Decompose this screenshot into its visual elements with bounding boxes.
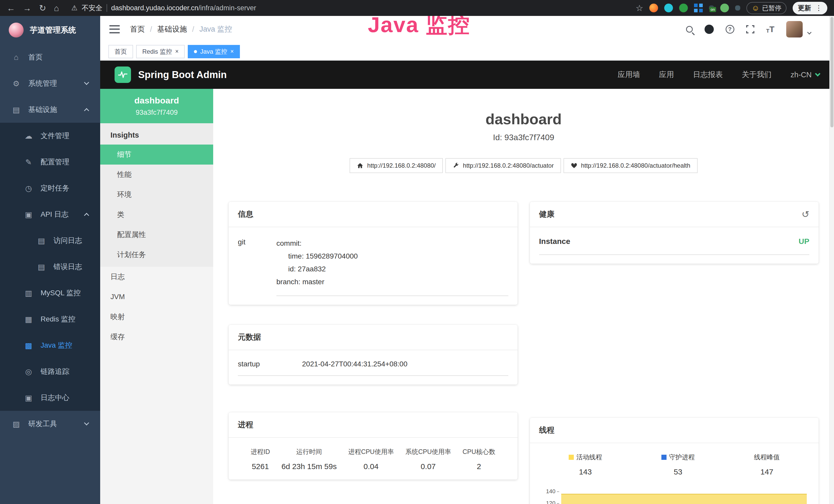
font-size-icon[interactable]: TT: [766, 25, 774, 33]
status-badge: UP: [798, 237, 809, 246]
sidebar-item-redis-monitor[interactable]: ▦ Redis 监控: [0, 306, 100, 332]
nav-item-config-props[interactable]: 配置属性: [100, 225, 213, 245]
update-button[interactable]: 更新 ⋮: [793, 2, 827, 15]
nav-item-environment[interactable]: 环境: [100, 185, 213, 205]
extension-dark-on-icon[interactable]: on: [709, 5, 714, 10]
app-title: 芋道管理系统: [30, 25, 76, 36]
legend-peak-threads: 线程峰值 147: [754, 453, 780, 476]
instance-header[interactable]: dashboard 93a3fc7f7409: [100, 89, 213, 123]
paused-badge[interactable]: ☺ 已暂停: [746, 2, 787, 14]
sidebar-item-access-logs[interactable]: ▤ 访问日志: [0, 228, 100, 254]
nav-item-logs[interactable]: 日志: [100, 267, 213, 287]
fullscreen-icon[interactable]: [746, 25, 754, 33]
tab-redis-monitor[interactable]: Redis 监控 ×: [136, 45, 185, 58]
sba-nav-journal[interactable]: 日志报表: [693, 70, 723, 80]
search-icon[interactable]: [686, 26, 693, 32]
nav-item-jvm[interactable]: JVM: [100, 287, 213, 307]
sidebar-toggle-icon[interactable]: [109, 25, 120, 33]
sidebar-item-label: 链路追踪: [41, 367, 69, 376]
sidebar-item-label: 研发工具: [28, 419, 57, 429]
sba-nav-wallboard[interactable]: 应用墙: [618, 70, 640, 80]
sidebar-item-config-mgmt[interactable]: ✎ 配置管理: [0, 149, 100, 175]
actuator-link[interactable]: http://192.168.0.2:48080/actuator: [445, 158, 561, 173]
update-label: 更新: [798, 4, 811, 13]
metric-label: 运行时间: [282, 448, 337, 456]
breadcrumb-home[interactable]: 首页: [130, 24, 145, 35]
browser-home-icon[interactable]: ⌂: [54, 4, 59, 12]
browser-menu-icon[interactable]: ⋮: [815, 4, 822, 12]
sidebar-item-label: Java 监控: [41, 340, 72, 350]
page-scrollbar: [829, 16, 834, 504]
health-link[interactable]: http://192.168.0.2:48080/actuator/health: [564, 158, 698, 173]
tab-label: Java 监控: [200, 47, 227, 56]
process-card-body: 进程ID 5261 运行时间 6d 23h 15m 59s 进程CPU使用率: [228, 438, 518, 480]
sba-brand-title[interactable]: Spring Boot Admin: [138, 69, 227, 81]
chevron-up-icon: [84, 213, 89, 218]
instance-id: 93a3fc7f7409: [136, 109, 178, 117]
sidebar-item-log-center[interactable]: ▣ 日志中心: [0, 385, 100, 411]
sidebar-item-mysql-monitor[interactable]: ▥ MySQL 监控: [0, 280, 100, 306]
metadata-card: 元数据 startup 2021-04-27T00:44:31.254+08:0…: [228, 325, 518, 385]
instance-home-link[interactable]: http://192.168.0.2:48080/: [350, 158, 443, 173]
nav-item-classes[interactable]: 类: [100, 205, 213, 225]
sba-nav-applications[interactable]: 应用: [659, 70, 674, 80]
sidebar-item-api-logs[interactable]: ▣ API 日志: [0, 201, 100, 228]
sidebar-item-file-mgmt[interactable]: ☁ 文件管理: [0, 123, 100, 149]
y-axis-tick: 120: [539, 500, 555, 504]
nav-item-performance[interactable]: 性能: [100, 165, 213, 185]
extension-puppet-icon[interactable]: [735, 5, 740, 10]
timer-icon: ◷: [24, 184, 34, 193]
cards-right-column: 健康 ↺ Instance UP 线程: [530, 202, 819, 504]
access-log-icon: ▤: [37, 236, 46, 245]
app-logo[interactable]: 芋道管理系统: [0, 16, 100, 44]
nav-item-mappings[interactable]: 映射: [100, 307, 213, 327]
sidebar-item-system-mgmt[interactable]: ⚙ 系统管理: [0, 70, 100, 96]
sidebar-item-trace[interactable]: ◎ 链路追踪: [0, 359, 100, 385]
address-bar[interactable]: ⚠ 不安全 dashboard.yudao.iocoder.cn/infra/a…: [67, 3, 628, 13]
locale-selector[interactable]: zh-CN: [791, 71, 820, 79]
tab-close-icon[interactable]: ×: [231, 48, 234, 55]
sidebar-item-error-logs[interactable]: ▤ 错误日志: [0, 254, 100, 280]
bookmark-star-icon[interactable]: ☆: [636, 4, 643, 12]
extension-drop-icon[interactable]: [664, 4, 673, 12]
font-size-small-glyph: T: [766, 28, 770, 33]
tab-home[interactable]: 首页: [108, 45, 133, 58]
cards-left-column: 信息 git commit: time: 1596289704000 id: 2…: [228, 202, 518, 504]
avatar-dropdown-icon[interactable]: [807, 30, 812, 35]
scrollbar-thumb[interactable]: [830, 17, 833, 127]
sidebar-item-scheduled-jobs[interactable]: ◷ 定时任务: [0, 175, 100, 201]
history-icon[interactable]: ↺: [802, 210, 809, 219]
url-path: /infra/admin-server: [198, 4, 256, 12]
sba-nav-about[interactable]: 关于我们: [742, 70, 772, 80]
nav-item-details[interactable]: 细节: [100, 144, 213, 165]
sidebar-item-label: 错误日志: [53, 262, 82, 272]
nav-item-caches[interactable]: 缓存: [100, 327, 213, 347]
extension-green-icon[interactable]: [679, 4, 688, 12]
chevron-down-icon: [815, 71, 820, 76]
sidebar-item-dev-tools[interactable]: ▨ 研发工具: [0, 411, 100, 437]
help-icon[interactable]: ?: [726, 25, 734, 33]
metric-value: 0.04: [348, 462, 394, 471]
smiley-icon: ☺: [751, 4, 760, 12]
sidebar-item-infrastructure[interactable]: ▤ 基础设施: [0, 96, 100, 123]
extension-leaf-icon[interactable]: [720, 4, 729, 12]
tab-close-icon[interactable]: ×: [175, 48, 178, 55]
security-warning-icon[interactable]: ⚠: [71, 4, 78, 12]
sidebar-item-java-monitor[interactable]: ▩ Java 监控: [0, 332, 100, 359]
tab-java-monitor[interactable]: Java 监控 ×: [188, 45, 240, 58]
user-avatar[interactable]: [786, 21, 803, 38]
nav-item-scheduled-tasks[interactable]: 计划任务: [100, 245, 213, 265]
back-icon[interactable]: ←: [7, 4, 15, 12]
breadcrumb-infrastructure[interactable]: 基础设施: [157, 24, 187, 35]
refresh-icon[interactable]: ↻: [39, 4, 46, 12]
instance-name: dashboard: [134, 95, 179, 106]
github-icon[interactable]: [705, 25, 714, 34]
health-card-title: 健康: [539, 209, 554, 220]
edit-icon: ✎: [24, 158, 34, 167]
extension-colorful-icon[interactable]: [649, 4, 658, 12]
sidebar-item-home[interactable]: ⌂ 首页: [0, 44, 100, 70]
sidebar-item-label: 首页: [28, 52, 43, 62]
spring-boot-admin-logo-icon[interactable]: [114, 67, 131, 83]
forward-icon[interactable]: →: [23, 4, 31, 12]
extension-grid-icon[interactable]: [694, 4, 703, 12]
